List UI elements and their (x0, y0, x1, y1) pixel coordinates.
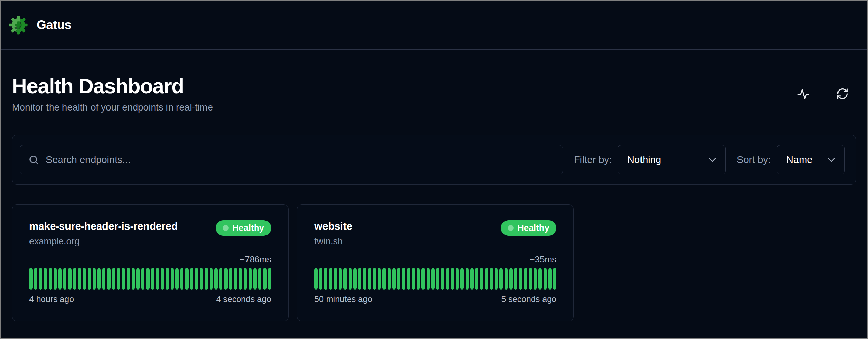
search-input[interactable] (46, 154, 554, 165)
uptime-bar[interactable] (171, 268, 174, 290)
uptime-bar[interactable] (161, 268, 164, 290)
uptime-bar[interactable] (412, 268, 415, 290)
refresh-button[interactable] (836, 87, 849, 100)
uptime-bar[interactable] (451, 268, 454, 290)
uptime-bar[interactable] (112, 268, 115, 290)
endpoint-name[interactable]: website (314, 220, 352, 233)
uptime-bar[interactable] (505, 268, 508, 290)
uptime-bar[interactable] (446, 268, 449, 290)
uptime-bar[interactable] (78, 268, 81, 290)
uptime-bar[interactable] (397, 268, 400, 290)
uptime-bar[interactable] (353, 268, 357, 290)
uptime-bar[interactable] (83, 268, 86, 290)
uptime-bar[interactable] (239, 268, 242, 290)
uptime-bar[interactable] (210, 268, 213, 290)
uptime-bar[interactable] (514, 268, 517, 290)
uptime-bar[interactable] (132, 268, 135, 290)
uptime-bar[interactable] (151, 268, 154, 290)
uptime-bar[interactable] (249, 268, 252, 290)
uptime-bar[interactable] (509, 268, 513, 290)
uptime-bar[interactable] (329, 268, 332, 290)
uptime-bar[interactable] (358, 268, 361, 290)
uptime-bar[interactable] (544, 268, 547, 290)
uptime-bar[interactable] (73, 268, 76, 290)
uptime-bar[interactable] (373, 268, 376, 290)
uptime-bar[interactable] (244, 268, 247, 290)
uptime-bar[interactable] (368, 268, 371, 290)
uptime-bar[interactable] (475, 268, 478, 290)
sort-select[interactable]: Name (777, 145, 845, 174)
uptime-bar[interactable] (58, 268, 62, 290)
uptime-bar[interactable] (524, 268, 527, 290)
uptime-bar[interactable] (499, 268, 503, 290)
uptime-bar[interactable] (339, 268, 342, 290)
uptime-bar[interactable] (141, 268, 145, 290)
uptime-bar[interactable] (224, 268, 228, 290)
uptime-bar[interactable] (538, 268, 542, 290)
uptime-bar[interactable] (392, 268, 396, 290)
uptime-bar[interactable] (407, 268, 410, 290)
uptime-bar[interactable] (63, 268, 67, 290)
filter-select[interactable]: Nothing (618, 145, 726, 174)
endpoint-card[interactable]: make-sure-header-is-rendered example.org… (12, 204, 289, 321)
uptime-bar[interactable] (314, 268, 318, 290)
uptime-bar[interactable] (34, 268, 37, 290)
uptime-bar[interactable] (93, 268, 96, 290)
uptime-bar[interactable] (214, 268, 218, 290)
home-link[interactable]: Gatus (8, 15, 71, 35)
uptime-bar[interactable] (219, 268, 223, 290)
uptime-bar[interactable] (136, 268, 140, 290)
uptime-bar[interactable] (470, 268, 474, 290)
endpoint-name[interactable]: make-sure-header-is-rendered (29, 220, 178, 233)
uptime-bar[interactable] (441, 268, 445, 290)
uptime-bar[interactable] (107, 268, 111, 290)
uptime-bar[interactable] (363, 268, 367, 290)
uptime-bar[interactable] (402, 268, 406, 290)
uptime-bar[interactable] (200, 268, 203, 290)
uptime-bar[interactable] (258, 268, 262, 290)
uptime-bar[interactable] (456, 268, 459, 290)
uptime-bar[interactable] (127, 268, 130, 290)
uptime-bar[interactable] (490, 268, 493, 290)
uptime-bar[interactable] (146, 268, 150, 290)
uptime-bar[interactable] (334, 268, 337, 290)
uptime-bar[interactable] (388, 268, 391, 290)
uptime-bar[interactable] (534, 268, 537, 290)
uptime-bar[interactable] (480, 268, 484, 290)
endpoint-card[interactable]: website twin.sh Healthy ~35ms 50 minutes… (297, 204, 574, 321)
uptime-bar[interactable] (382, 268, 386, 290)
uptime-bar[interactable] (485, 268, 488, 290)
uptime-bar[interactable] (88, 268, 91, 290)
uptime-bar[interactable] (44, 268, 47, 290)
uptime-bar[interactable] (427, 268, 430, 290)
uptime-bar[interactable] (97, 268, 101, 290)
uptime-bar[interactable] (122, 268, 125, 290)
uptime-bar[interactable] (185, 268, 189, 290)
uptime-bar[interactable] (466, 268, 469, 290)
uptime-bar[interactable] (29, 268, 33, 290)
uptime-bar[interactable] (529, 268, 532, 290)
uptime-bar[interactable] (195, 268, 198, 290)
uptime-bar[interactable] (460, 268, 464, 290)
uptime-bar[interactable] (117, 268, 120, 290)
uptime-bar[interactable] (68, 268, 72, 290)
uptime-bar[interactable] (349, 268, 352, 290)
uptime-bar[interactable] (102, 268, 106, 290)
uptime-bar[interactable] (343, 268, 347, 290)
uptime-bar[interactable] (166, 268, 169, 290)
uptime-bar[interactable] (378, 268, 381, 290)
uptime-bar[interactable] (180, 268, 184, 290)
uptime-bar[interactable] (417, 268, 420, 290)
uptime-bar[interactable] (431, 268, 435, 290)
uptime-bar[interactable] (229, 268, 232, 290)
uptime-bar[interactable] (49, 268, 52, 290)
uptime-bar[interactable] (253, 268, 257, 290)
uptime-bar[interactable] (234, 268, 237, 290)
uptime-bar[interactable] (495, 268, 498, 290)
uptime-bar[interactable] (436, 268, 439, 290)
uptime-bar[interactable] (175, 268, 179, 290)
uptime-bar[interactable] (319, 268, 322, 290)
uptime-bar[interactable] (205, 268, 208, 290)
uptime-bar[interactable] (190, 268, 193, 290)
uptime-bar[interactable] (263, 268, 267, 290)
